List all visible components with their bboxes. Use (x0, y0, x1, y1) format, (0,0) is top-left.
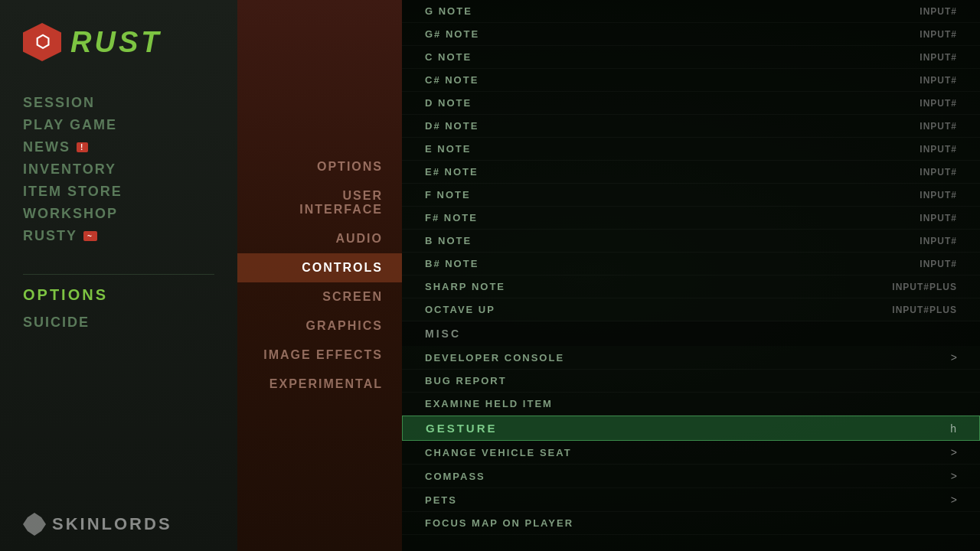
table-row[interactable]: C# NOTE Input# (402, 69, 980, 92)
nav-item-inventory[interactable]: INVENTORY (23, 158, 214, 181)
logo-icon: ⬡ (23, 23, 61, 61)
table-row[interactable]: F NOTE Input# (402, 184, 980, 207)
table-row[interactable]: COMPASS > (402, 465, 980, 488)
nav-item-workshop[interactable]: WORKSHOP (23, 203, 214, 225)
table-row[interactable]: B NOTE Input# (402, 230, 980, 253)
table-row[interactable]: DEVELOPER CONSOLE > (402, 346, 980, 370)
table-row[interactable]: EXAMINE HELD ITEM (402, 393, 980, 416)
section-header-misc: MISC (402, 321, 980, 346)
arrow-icon: > (951, 494, 957, 506)
content-list: G NOTE Input# G# NOTE Input# C NOTE Inpu… (402, 0, 980, 535)
nav-item-session[interactable]: SESSION (23, 92, 214, 114)
options-label: OPTIONS (23, 286, 214, 304)
table-row[interactable]: G NOTE Input# (402, 0, 980, 23)
table-row[interactable]: FOCUS MAP ON PLAYER (402, 512, 980, 535)
nav-divider (23, 274, 214, 275)
mid-item-audio[interactable]: AUDIO (237, 224, 402, 253)
news-badge: ! (77, 142, 88, 152)
table-row[interactable]: BUG REPORT (402, 370, 980, 393)
arrow-icon: > (951, 351, 957, 364)
table-row-gesture[interactable]: GESTURE h (402, 416, 980, 441)
table-row[interactable]: E NOTE Input# (402, 138, 980, 161)
skinlords-icon (23, 513, 46, 536)
mid-item-controls[interactable]: CONTROLS (237, 253, 402, 282)
table-row[interactable]: D NOTE Input# (402, 92, 980, 115)
nav-item-itemstore[interactable]: ITEM STORE (23, 181, 214, 203)
nav-item-suicide[interactable]: SUICIDE (23, 311, 214, 334)
table-row[interactable]: B# NOTE Input# (402, 253, 980, 276)
skinlords-text: SKINLORDS (52, 514, 172, 534)
content-panel: G NOTE Input# G# NOTE Input# C NOTE Inpu… (402, 0, 980, 551)
table-row[interactable]: SHARP NOTE Input#plus (402, 276, 980, 298)
arrow-icon: h (950, 422, 956, 435)
mid-item-options[interactable]: OPTIONS (237, 152, 402, 181)
table-row[interactable]: C NOTE Input# (402, 46, 980, 69)
table-row[interactable]: CHANGE VEHICLE SEAT > (402, 441, 980, 465)
table-row[interactable]: F# NOTE Input# (402, 207, 980, 230)
arrow-icon: > (951, 470, 957, 482)
table-row[interactable]: OCTAVE UP Input#plus (402, 298, 980, 321)
mid-item-screen[interactable]: SCREEN (237, 282, 402, 311)
logo-text: RUST (70, 26, 162, 59)
nav-item-playgame[interactable]: PLAY GAME (23, 114, 214, 136)
nav-item-rusty[interactable]: RUSTY ~ (23, 225, 214, 247)
arrow-icon: > (951, 446, 957, 458)
skinlords-logo: SKINLORDS (23, 513, 172, 536)
table-row[interactable]: E# NOTE Input# (402, 161, 980, 184)
nav-section-main: SESSION PLAY GAME NEWS ! INVENTORY ITEM … (23, 92, 214, 247)
rusty-badge: ~ (83, 231, 97, 241)
mid-item-imageeffects[interactable]: IMAGE EFFECTS (237, 341, 402, 370)
table-row[interactable]: D# NOTE Input# (402, 115, 980, 138)
nav-item-news[interactable]: NEWS ! (23, 136, 214, 158)
table-row[interactable]: G# NOTE Input# (402, 23, 980, 46)
mid-panel: OPTIONS USER INTERFACE AUDIO CONTROLS SC… (237, 0, 402, 551)
sidebar: ⬡ RUST SESSION PLAY GAME NEWS ! INVENTOR… (0, 0, 237, 551)
table-row[interactable]: PETS > (402, 488, 980, 512)
mid-item-graphics[interactable]: GRAPHICS (237, 311, 402, 341)
logo: ⬡ RUST (23, 23, 214, 61)
mid-item-ui[interactable]: USER INTERFACE (237, 181, 402, 224)
mid-item-experimental[interactable]: EXPERIMENTAL (237, 370, 402, 399)
